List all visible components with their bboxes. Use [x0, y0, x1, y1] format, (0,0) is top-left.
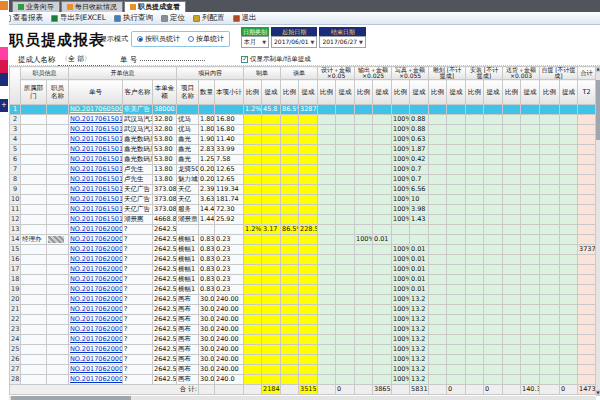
order-link[interactable]: NO.20170620001: [70, 375, 123, 383]
table-row[interactable]: 1NO.201706050011依美广告38000.1.2‰45.886.5‰3…: [10, 105, 596, 115]
ratio-cell: 100%: [392, 155, 410, 165]
toolbar-button[interactable]: 定位: [161, 13, 185, 23]
table-row[interactable]: 5NO.20170615012鑫光数码广告53.80鑫光2.8333.99100…: [10, 145, 596, 155]
table-row[interactable]: 4NO.20170615012鑫光数码广告53.80鑫光1.9011.40100…: [10, 135, 596, 145]
table-row[interactable]: 9NO.20170615015天亿广告373.08天亿2.39119.34100…: [10, 185, 596, 195]
table-row[interactable]: 18NO.20170620001?2642.5横幅10.830.23100%0.…: [10, 275, 596, 285]
table-row[interactable]: 8NO.20170615014卢先生13.80魅力城0.2012.65100%0…: [10, 175, 596, 185]
scrollbar-thumb[interactable]: [11, 396, 131, 400]
date-filter-select[interactable]: 本月▼: [241, 36, 269, 48]
ratio-cell: [281, 375, 299, 385]
employee-name-cell: [47, 125, 69, 135]
subtotal-cell: 119.34: [215, 185, 244, 195]
table-row[interactable]: 21NO.20170620001?2642.5画布30.00240.00100%…: [10, 305, 596, 315]
order-link[interactable]: NO.20170615013: [70, 165, 123, 173]
person-input[interactable]: 〈全 部〉: [58, 54, 110, 66]
table-row[interactable]: 6NO.20170615012鑫光数码广告53.80鑫光1.257.58100%…: [10, 155, 596, 165]
toolbar-button[interactable]: 导出到EXCEL: [51, 13, 106, 23]
order-link[interactable]: NO.201706050011: [70, 105, 123, 113]
order-link[interactable]: NO.20170620001: [70, 325, 123, 333]
horizontal-scrollbar[interactable]: [9, 396, 596, 400]
table-row[interactable]: 7NO.20170615013卢先生13.80龙骑500x50x80.2012.…: [10, 165, 596, 175]
dock-tile[interactable]: +: [0, 99, 8, 112]
scrollbar-thumb[interactable]: [596, 80, 600, 140]
order-link[interactable]: NO.20170615017: [70, 215, 123, 223]
table-row[interactable]: 10NO.20170615015天亿广告373.08天亿3.63181.7410…: [10, 195, 596, 205]
table-row[interactable]: 15NO.20170620001?2642.5横幅10.830.23100%0.…: [10, 245, 596, 255]
order-link[interactable]: NO.20170620001: [70, 335, 123, 343]
vertical-scrollbar[interactable]: ▲ ▼: [596, 66, 600, 396]
table-row[interactable]: 3NO.20170615011武汉马汽车服务有32.80优马1.8016.801…: [10, 125, 596, 135]
table-row[interactable]: 26NO.20170620001?2642.5画布30.00240.00100%…: [10, 355, 596, 365]
tab-3[interactable]: 职员提成查看: [124, 1, 186, 12]
toolbar-button[interactable]: 列配置: [193, 13, 225, 23]
only-make-settle-filter[interactable]: 仅显示制单/结单提成: [241, 55, 311, 64]
checkbox-icon[interactable]: [241, 56, 248, 63]
table-row[interactable]: 16NO.20170620001?2642.5横幅10.830.23100%0.…: [10, 255, 596, 265]
order-link[interactable]: NO.20170620001: [70, 235, 123, 243]
dept-cell: [21, 245, 47, 255]
table-row[interactable]: 2NO.20170615011武汉马汽车服务有32.80优马1.8016.801…: [10, 115, 596, 125]
table-row[interactable]: 12NO.20170615017湖景惠4668.8湖景票1.4425.92100…: [10, 215, 596, 225]
ratio-cell: [355, 185, 373, 195]
dock-tile[interactable]: [0, 60, 8, 73]
order-link[interactable]: NO.20170615011: [70, 115, 123, 123]
table-row[interactable]: 22NO.20170620001?2642.5画布30.00240.00100%…: [10, 315, 596, 325]
dock-tile[interactable]: [0, 73, 8, 86]
order-link[interactable]: NO.20170615015: [70, 195, 123, 203]
order-link[interactable]: NO.20170620001: [70, 345, 123, 353]
radio-icon[interactable]: [137, 36, 143, 42]
table-row[interactable]: 14经理办NO.20170620001?2642.5横幅10.830.23100…: [10, 235, 596, 245]
mode-option[interactable]: 按职员统计: [137, 34, 180, 44]
t2-cell: [578, 295, 596, 305]
date-filter-select[interactable]: 2017/06/27▼: [319, 36, 365, 48]
scroll-up-icon[interactable]: ▲: [596, 66, 600, 72]
toolbar-button[interactable]: 查看报表: [4, 13, 43, 23]
order-link[interactable]: NO.20170620001: [70, 365, 123, 373]
order-link[interactable]: NO.20170620001: [70, 285, 123, 293]
exit-button[interactable]: 退出: [233, 13, 257, 23]
commission-report-window: 业务向导每日收款情况职员提成查看 查看报表导出到EXCEL执行查询定位列配置退出…: [0, 0, 600, 400]
table-row[interactable]: 23NO.20170620001?2642.5画布30.00240.00100%…: [10, 325, 596, 335]
table-row[interactable]: 25NO.20170620001?2642.5画布30.00240.00100%…: [10, 345, 596, 355]
order-link[interactable]: NO.20170615012: [70, 145, 123, 153]
toolbar-button[interactable]: 执行查询: [114, 13, 153, 23]
order-link[interactable]: NO.20170620001: [70, 265, 123, 273]
tab-1[interactable]: 业务向导: [12, 1, 60, 12]
locate-icon: [161, 15, 168, 22]
order-link[interactable]: NO.20170620001: [70, 315, 123, 323]
order-link[interactable]: NO.20170620001: [70, 305, 123, 313]
mode-option[interactable]: 按单统计: [188, 34, 224, 44]
table-row[interactable]: 28NO.20170620001?2642.5画布30.00240.0100%1…: [10, 375, 596, 385]
tab-2[interactable]: 每日收款情况: [61, 1, 123, 12]
table-row[interactable]: 17NO.20170620001?2642.5横幅10.830.23100%0.…: [10, 265, 596, 275]
dock-tile[interactable]: [0, 1, 8, 10]
order-no-input[interactable]: [140, 59, 205, 61]
table-row[interactable]: 20NO.20170620001?2642.5画布30.00240.00100%…: [10, 295, 596, 305]
order-link[interactable]: NO.20170620001: [70, 275, 123, 283]
order-link[interactable]: NO.20170615014: [70, 175, 123, 183]
order-link[interactable]: NO.20170615015: [70, 205, 123, 213]
scroll-down-icon[interactable]: ▼: [596, 390, 600, 396]
order-link[interactable]: NO.20170620001: [70, 255, 123, 263]
table-row[interactable]: 19NO.20170620001?2642.5横幅10.830.23100%0.…: [10, 285, 596, 295]
table-row[interactable]: 11NO.20170615015天亿广告373.08服务14.4672.3010…: [10, 205, 596, 215]
report-icon: [67, 4, 73, 10]
order-link[interactable]: NO.20170615015: [70, 185, 123, 193]
date-filter-select[interactable]: 2017/06/01▼: [271, 36, 317, 48]
order-link[interactable]: NO.20170620001: [70, 225, 123, 233]
order-link[interactable]: NO.20170615012: [70, 155, 123, 163]
table-row[interactable]: 24NO.20170620001?2642.5画布30.00240.00100%…: [10, 335, 596, 345]
table-row[interactable]: 13NO.20170620001?2642.51.2‰3.1786.5‰228.…: [10, 225, 596, 235]
order-link[interactable]: NO.20170620001: [70, 245, 123, 253]
censored-name: [48, 236, 64, 243]
order-link[interactable]: NO.20170620001: [70, 295, 123, 303]
ratio-cell: 100%: [392, 175, 410, 185]
order-link[interactable]: NO.20170615011: [70, 125, 123, 133]
ratio-cell: [540, 245, 560, 255]
order-link[interactable]: NO.20170615012: [70, 135, 123, 143]
radio-icon[interactable]: [188, 36, 194, 42]
table-row[interactable]: 27NO.20170620001?2642.5画布30.00240.00100%…: [10, 365, 596, 375]
order-link[interactable]: NO.20170620001: [70, 355, 123, 363]
dock-tile[interactable]: [0, 47, 8, 60]
